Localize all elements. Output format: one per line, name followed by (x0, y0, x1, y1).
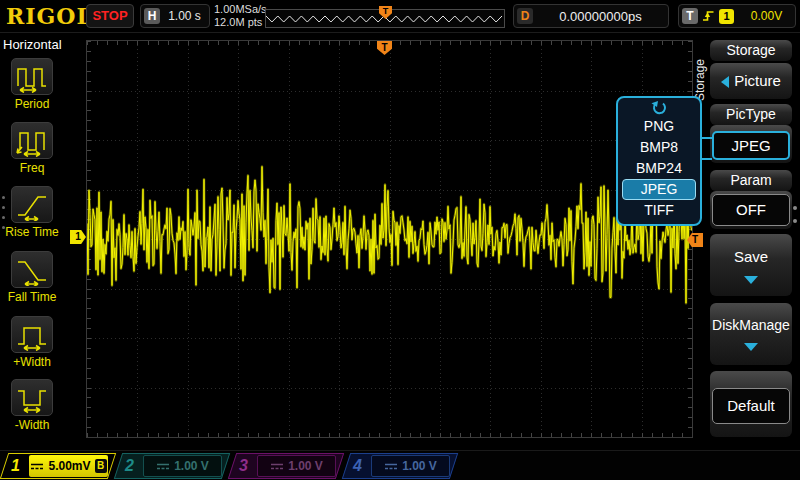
channel-number: 2 (125, 457, 134, 475)
graticule-display (86, 40, 693, 438)
channel-volts-per-div: 5.00mV (48, 459, 90, 473)
pictype-option-bmp8[interactable]: BMP8 (618, 137, 700, 158)
acquisition-info: 1.00MSa/s 12.0M pts (214, 3, 267, 29)
measure-item-label: +Width (0, 355, 64, 369)
measure-item-period[interactable]: Period (0, 58, 64, 111)
param-header: Param (710, 170, 792, 191)
trigger-level-value: 0.00V (738, 9, 795, 23)
dc-coupling-icon (30, 462, 44, 471)
channel1-offset-marker[interactable]: 1 (70, 230, 86, 244)
measure-menu: Horizontal PeriodFreqRise TimeFall Time+… (0, 33, 64, 450)
measure-item-freq[interactable]: Freq (0, 122, 64, 175)
trigger-info-box[interactable]: T 1 0.00V (678, 4, 796, 28)
measure-item-label: Rise Time (0, 225, 64, 239)
trigger-source-badge: 1 (719, 9, 734, 24)
down-arrow-icon (744, 276, 758, 284)
plus-width-icon[interactable] (11, 316, 53, 353)
measure-item-label: Freq (0, 161, 64, 175)
diskmanage-button[interactable]: DiskManage (710, 303, 792, 365)
measure-item-label: -Width (0, 418, 64, 432)
save-button[interactable]: Save (710, 234, 792, 296)
channel-number: 4 (353, 457, 362, 475)
default-button[interactable]: Default (712, 388, 790, 424)
measure-item-label: Period (0, 97, 64, 111)
channel-volts-per-div: 1.00 V (174, 459, 209, 473)
channel-volts-per-div: 1.00 V (402, 459, 437, 473)
default-section: Default (710, 371, 792, 437)
rigol-logo: RIGOL (6, 3, 93, 29)
fall-time-icon[interactable] (11, 251, 53, 288)
timebase-value: 1.00 s (160, 9, 209, 23)
delay-badge: D (517, 8, 533, 24)
pictype-popup: PNGBMP8BMP24JPEGTIFF (616, 96, 702, 226)
waveform-overview-strip[interactable]: T (265, 9, 505, 28)
measure-menu-title: Horizontal (3, 37, 62, 52)
pictype-value-button[interactable]: JPEG (712, 131, 790, 160)
memory-depth: 12.0M pts (214, 16, 267, 29)
left-arrow-icon (721, 76, 729, 88)
measure-item-label: Fall Time (0, 290, 64, 304)
pictype-option-tiff[interactable]: TIFF (618, 200, 700, 221)
minus-width-icon[interactable] (11, 379, 53, 416)
dc-coupling-icon (384, 462, 398, 471)
channel-number: 3 (239, 457, 248, 475)
freq-icon[interactable] (11, 122, 53, 159)
dc-coupling-icon (156, 462, 170, 471)
pictype-option-bmp24[interactable]: BMP24 (618, 158, 700, 179)
channel-volts-per-div: 1.00 V (288, 459, 323, 473)
h-badge: H (144, 8, 160, 24)
pictype-header: PicType (710, 104, 792, 125)
pictype-section: JPEG (710, 125, 792, 163)
horizontal-timebase-box[interactable]: H 1.00 s (140, 4, 210, 28)
rising-edge-icon (702, 9, 715, 23)
oscilloscope-screen: RIGOL STOP H 1.00 s 1.00MSa/s 12.0M pts … (0, 0, 800, 480)
channel-number: 1 (11, 457, 20, 475)
measure-item-pwidth[interactable]: +Width (0, 316, 64, 369)
measure-menu-page-dots (2, 196, 5, 236)
channel-1-indicator[interactable]: 15.00mVB (0, 453, 116, 479)
param-section: OFF (710, 191, 792, 229)
pictype-option-png[interactable]: PNG (618, 116, 700, 137)
channel-2-indicator[interactable]: 21.00 V (114, 453, 230, 479)
channel-status-bar: 15.00mVB21.00 V31.00 V41.00 V (0, 450, 800, 480)
picture-button[interactable]: Picture (710, 63, 792, 99)
sample-rate: 1.00MSa/s (214, 3, 267, 16)
storage-menu: Storage Storage Picture PicType JPEG Par… (692, 33, 800, 450)
param-value-button[interactable]: OFF (712, 194, 790, 226)
measure-item-nwidth[interactable]: -Width (0, 379, 64, 432)
rise-time-icon[interactable] (11, 186, 53, 223)
delay-value: 0.00000000ps (533, 9, 668, 24)
down-arrow-icon (744, 343, 758, 351)
waveform-canvas (87, 41, 692, 437)
measure-item-rise[interactable]: Rise Time (0, 186, 64, 239)
dc-coupling-icon (270, 462, 284, 471)
pictype-option-jpeg[interactable]: JPEG (622, 179, 696, 200)
measure-item-fall[interactable]: Fall Time (0, 251, 64, 304)
trigger-badge: T (682, 8, 698, 24)
rotate-ccw-icon (618, 98, 700, 116)
channel-3-indicator[interactable]: 31.00 V (228, 453, 344, 479)
channel-4-indicator[interactable]: 41.00 V (342, 453, 458, 479)
trigger-delay-box[interactable]: D 0.00000000ps (513, 4, 669, 28)
storage-menu-page-dots (793, 206, 797, 232)
top-status-bar: RIGOL STOP H 1.00 s 1.00MSa/s 12.0M pts … (0, 0, 800, 33)
run-state-indicator[interactable]: STOP (86, 4, 134, 28)
period-icon[interactable] (11, 58, 53, 95)
bandwidth-limit-badge: B (95, 459, 107, 473)
storage-menu-title: Storage (710, 40, 792, 61)
